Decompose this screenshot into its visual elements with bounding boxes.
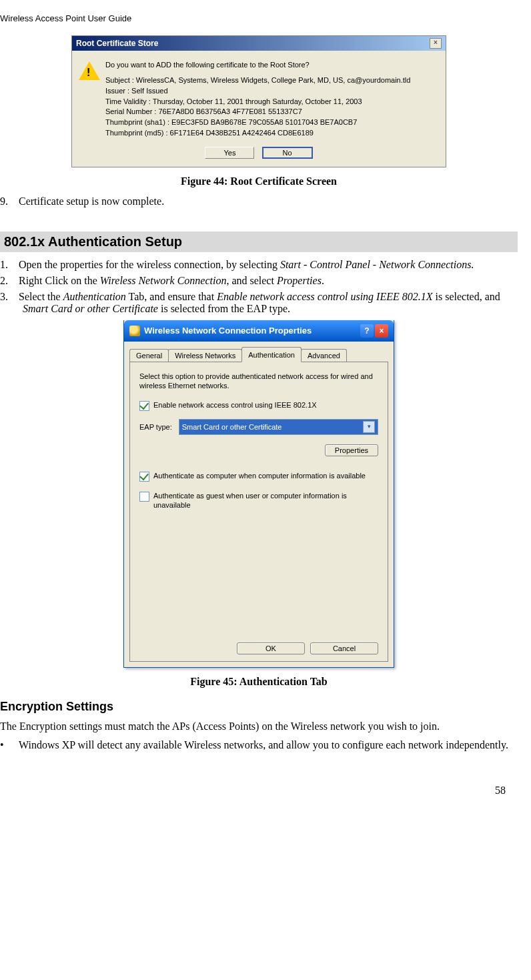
list-item: 1.Open the properties for the wireless c… <box>0 259 518 271</box>
section-heading: 802.1x Authentication Setup <box>0 231 518 252</box>
ok-button[interactable]: OK <box>237 642 305 654</box>
list-text-part: Tab, and ensure that <box>126 291 217 302</box>
list-text-italic: Enable network access control using IEEE… <box>217 291 432 302</box>
tab-authentication[interactable]: Authentication <box>241 347 302 362</box>
cert-line: Issuer : Self Issued <box>105 86 439 96</box>
wireless-properties-dialog: Wireless Network Connection Properties ?… <box>123 320 394 668</box>
tab-panel: Select this option to provide authentica… <box>129 362 388 662</box>
warning-icon <box>79 60 105 139</box>
dialog-titlebar: Root Certificate Store × <box>72 36 446 51</box>
page-number: 58 <box>0 785 518 797</box>
auth-as-computer-checkbox[interactable] <box>139 472 149 482</box>
tab-strip: General Wireless Networks Authentication… <box>124 342 394 362</box>
help-icon[interactable]: ? <box>360 324 374 338</box>
auth-as-guest-checkbox[interactable] <box>139 492 149 502</box>
checkbox-label: Authenticate as guest when user or compu… <box>153 491 378 510</box>
root-cert-dialog: Root Certificate Store × Do you want to … <box>71 35 446 167</box>
list-text-part: Select the <box>19 291 63 302</box>
panel-description: Select this option to provide authentica… <box>139 372 378 391</box>
cert-line: Time Validity : Thursday, October 11, 20… <box>105 97 439 107</box>
tab-wireless-networks[interactable]: Wireless Networks <box>168 349 242 362</box>
list-text-part: Right Click on the <box>19 275 100 286</box>
eap-type-label: EAP type: <box>139 423 172 431</box>
tab-general[interactable]: General <box>129 349 169 362</box>
eap-type-value: Smart Card or other Certificate <box>182 423 282 431</box>
eap-type-select[interactable]: Smart Card or other Certificate ▾ <box>179 419 378 435</box>
cancel-button[interactable]: Cancel <box>310 642 378 654</box>
list-text-part: is selected from the EAP type. <box>158 303 290 314</box>
list-text-part: . <box>322 275 324 286</box>
list-number: 9. <box>0 195 19 207</box>
bullet-dot: • <box>0 739 19 751</box>
figure-45-caption: Figure 45: Authentication Tab <box>0 676 518 688</box>
list-item: 2.Right Click on the Wireless Network Co… <box>0 275 518 287</box>
list-text-italic: Wireless Network Connection <box>100 275 227 286</box>
dialog-title-text: Wireless Network Connection Properties <box>144 326 312 336</box>
properties-button[interactable]: Properties <box>325 444 378 456</box>
app-icon <box>129 326 140 336</box>
list-number: 2. <box>0 275 19 287</box>
bullet-item: •Windows XP will detect any available Wi… <box>0 739 518 751</box>
list-text-italic: Properties <box>277 275 322 286</box>
close-icon[interactable]: × <box>430 38 442 49</box>
chevron-down-icon: ▾ <box>363 421 375 433</box>
encryption-settings-heading: Encryption Settings <box>0 700 518 714</box>
list-item: 9.Certificate setup is now complete. <box>0 195 518 207</box>
page-header: Wireless Access Point User Guide <box>0 13 518 23</box>
list-number: 1. <box>0 259 19 271</box>
no-button[interactable]: No <box>262 147 313 159</box>
list-text: Certificate setup is now complete. <box>19 195 164 207</box>
checkbox-label: Enable network access control using IEEE… <box>153 400 317 410</box>
list-text-part: Open the properties for the wireless con… <box>19 259 280 270</box>
dialog-question: Do you want to ADD the following certifi… <box>105 60 439 70</box>
cert-line: Thumbprint (md5) : 6F171E64 D438B251 A42… <box>105 128 439 138</box>
list-number: 3. <box>0 291 19 303</box>
list-text-part: is selected, and <box>433 291 500 302</box>
dialog-title-text: Root Certificate Store <box>76 39 158 48</box>
yes-button[interactable]: Yes <box>205 147 254 159</box>
dialog-message: Do you want to ADD the following certifi… <box>105 60 439 139</box>
checkbox-label: Authenticate as computer when computer i… <box>153 471 366 480</box>
list-text-italic: Start - Control Panel - Network Connecti… <box>280 259 474 270</box>
body-paragraph: The Encryption settings must match the A… <box>0 720 518 732</box>
cert-line: Serial Number : 76E7A8D0 B63756A3 4F77E0… <box>105 107 439 117</box>
cert-line: Subject : WirelessCA, Systems, Wireless … <box>105 75 439 85</box>
list-item: 3.Select the Authentication Tab, and ens… <box>0 291 518 315</box>
enable-8021x-checkbox[interactable] <box>139 401 149 411</box>
list-text-italic: Smart Card or other Certificate <box>23 303 158 314</box>
bullet-text: Windows XP will detect any available Wir… <box>19 739 508 751</box>
tab-advanced[interactable]: Advanced <box>301 349 347 362</box>
list-text-italic: Authentication <box>63 291 126 302</box>
dialog-titlebar: Wireless Network Connection Properties ?… <box>124 320 394 342</box>
figure-44-caption: Figure 44: Root Certificate Screen <box>0 175 518 187</box>
cert-line: Thumbprint (sha1) : E9EC3F5D BA9B678E 79… <box>105 117 439 127</box>
list-text-part: , and select <box>226 275 277 286</box>
close-icon[interactable]: × <box>375 324 388 338</box>
